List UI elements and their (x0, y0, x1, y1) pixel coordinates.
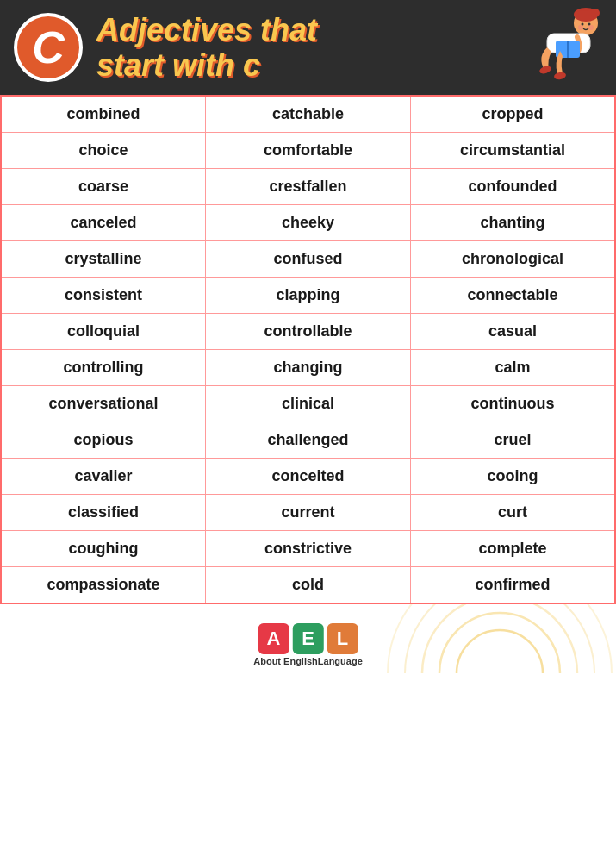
table-cell: coarse (1, 169, 206, 205)
table-cell: calm (410, 350, 615, 386)
table-cell: copious (1, 422, 206, 459)
table-row: coarsecrestfallenconfounded (1, 169, 615, 205)
table-row: cavalierconceitedcooing (1, 459, 615, 495)
table-cell: confused (206, 241, 411, 278)
table-row: controllingchangingcalm (1, 350, 615, 386)
footer-decoration: A E L About EnglishLanguage (0, 604, 616, 673)
table-cell: cold (206, 567, 411, 604)
table-cell: coughing (1, 531, 206, 567)
svg-point-5 (578, 25, 583, 30)
table-cell: continuous (410, 386, 615, 422)
table-cell: consistent (1, 278, 206, 314)
svg-point-16 (388, 604, 612, 673)
word-table: combinedcatchablecroppedchoicecomfortabl… (0, 95, 616, 604)
table-row: conversationalclinicalcontinuous (1, 386, 615, 422)
svg-point-6 (588, 25, 594, 30)
svg-point-2 (591, 9, 600, 17)
svg-point-4 (588, 23, 591, 26)
page-title: Adjectives that start with c (96, 12, 317, 84)
table-cell: changing (206, 350, 411, 386)
svg-point-11 (553, 72, 566, 80)
site-logo: A E L About EnglishLanguage (253, 623, 363, 673)
girl-illustration (530, 4, 607, 86)
table-cell: constrictive (206, 531, 411, 567)
table-row: classifiedcurrentcurt (1, 495, 615, 531)
table-cell: casual (410, 314, 615, 350)
svg-point-12 (457, 630, 543, 673)
table-cell: comfortable (206, 133, 411, 169)
logo-letters: A E L (258, 623, 358, 654)
logo-letter-e: E (293, 623, 324, 654)
table-cell: catchable (206, 96, 411, 133)
table-cell: controllable (206, 314, 411, 350)
table-cell: choice (1, 133, 206, 169)
table-cell: clinical (206, 386, 411, 422)
table-cell: challenged (206, 422, 411, 459)
table-row: choicecomfortablecircumstantial (1, 133, 615, 169)
table-cell: clapping (206, 278, 411, 314)
adjectives-table: combinedcatchablecroppedchoicecomfortabl… (0, 95, 616, 604)
table-cell: curt (410, 495, 615, 531)
table-cell: current (206, 495, 411, 531)
table-cell: combined (1, 96, 206, 133)
table-cell: conceited (206, 459, 411, 495)
table-row: compassionatecoldconfirmed (1, 567, 615, 604)
table-row: consistentclappingconnectable (1, 278, 615, 314)
table-cell: connectable (410, 278, 615, 314)
table-cell: complete (410, 531, 615, 567)
table-cell: compassionate (1, 567, 206, 604)
table-cell: conversational (1, 386, 206, 422)
table-cell: cheeky (206, 205, 411, 241)
svg-point-14 (422, 604, 577, 673)
letter-badge: C (14, 13, 83, 82)
table-row: canceledcheekychanting (1, 205, 615, 241)
table-row: coughingconstrictivecomplete (1, 531, 615, 567)
table-cell: cooing (410, 459, 615, 495)
table-cell: crystalline (1, 241, 206, 278)
table-row: combinedcatchablecropped (1, 96, 615, 133)
svg-point-3 (582, 23, 584, 26)
table-cell: cavalier (1, 459, 206, 495)
table-cell: controlling (1, 350, 206, 386)
table-cell: crestfallen (206, 169, 411, 205)
table-row: colloquialcontrollablecasual (1, 314, 615, 350)
table-cell: classified (1, 495, 206, 531)
table-cell: cropped (410, 96, 615, 133)
table-cell: confounded (410, 169, 615, 205)
page-header: C Adjectives that start with c (0, 0, 616, 95)
table-cell: confirmed (410, 567, 615, 604)
table-row: copiouschallengedcruel (1, 422, 615, 459)
table-cell: chronological (410, 241, 615, 278)
table-row: crystallineconfusedchronological (1, 241, 615, 278)
logo-letter-a: A (258, 623, 289, 654)
logo-tagline: About EnglishLanguage (253, 656, 363, 666)
table-cell: cruel (410, 422, 615, 459)
table-cell: colloquial (1, 314, 206, 350)
logo-letter-l: L (327, 623, 358, 654)
table-cell: circumstantial (410, 133, 615, 169)
table-cell: chanting (410, 205, 615, 241)
svg-point-15 (405, 604, 594, 673)
table-cell: canceled (1, 205, 206, 241)
